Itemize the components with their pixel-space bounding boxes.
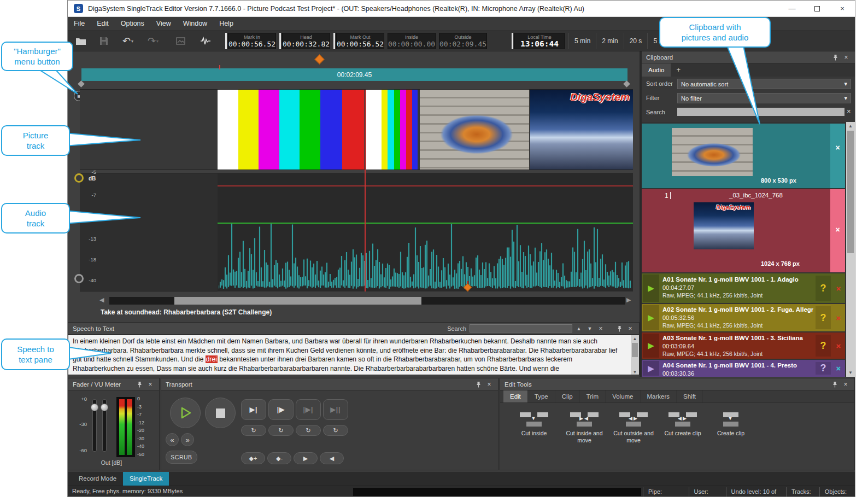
tab-trim[interactable]: Trim <box>580 390 606 402</box>
minimize-button[interactable]: — <box>779 1 805 17</box>
maximize-button[interactable] <box>805 1 830 17</box>
speech-text-highlight[interactable]: drei <box>206 355 218 363</box>
close-pane-button[interactable]: × <box>626 324 635 333</box>
mark-out-display[interactable]: Mark Out 00:00:56.52 <box>336 33 384 49</box>
add-tab-button[interactable]: + <box>671 63 686 77</box>
play-selection-button[interactable]: |▶| <box>296 399 321 420</box>
rewind-button[interactable]: « <box>166 433 179 446</box>
pin-icon[interactable] <box>474 380 483 389</box>
tool-cut-inside[interactable]: ▼ Cut inside <box>509 411 559 437</box>
remove-marker-button[interactable]: ◆- <box>267 452 291 464</box>
volume-envelope-line[interactable] <box>218 223 633 224</box>
close-panel-button[interactable]: × <box>841 380 850 389</box>
tool-create-clip[interactable]: ▼ Create clip <box>706 411 756 437</box>
timeline-overview-bar[interactable]: 00:02:09.45 <box>81 68 627 81</box>
play-to-end-button[interactable]: ▶| <box>241 399 266 420</box>
tab-audio[interactable]: Audio <box>642 63 671 77</box>
prev-marker-button[interactable]: ◀ <box>320 452 344 464</box>
remove-item-button[interactable]: × <box>833 362 844 375</box>
mark-in-display[interactable]: Mark In 00:00:56.52 <box>228 33 276 49</box>
picture-clip-digasystem[interactable]: DigaSystem <box>530 90 633 170</box>
tool-cut-outside-move[interactable]: ◀▶ Cut outside and move <box>608 411 659 444</box>
play-button[interactable] <box>170 398 201 428</box>
play-clip-button[interactable]: ▶ <box>643 334 659 358</box>
close-panel-button[interactable]: × <box>485 380 494 389</box>
track-scrollbar[interactable] <box>109 297 625 305</box>
clipboard-item-audio-4[interactable]: ▶ A04 Sonate Nr. 1 g-moll BWV 1001 - 4. … <box>642 360 845 377</box>
pin-icon[interactable] <box>830 380 839 389</box>
scroll-up-arrow[interactable]: ▲ <box>846 122 855 130</box>
open-file-button[interactable] <box>73 34 89 48</box>
loop-button-3[interactable]: ↻ <box>296 425 321 436</box>
clipboard-item-audio-1[interactable]: ▶ A01 Sonate Nr. 1 g-moll BWV 1001 - 1. … <box>642 273 845 303</box>
menu-edit[interactable]: Edit <box>91 17 115 31</box>
scroll-down-arrow[interactable]: ▼ <box>846 369 855 377</box>
play-clip-button[interactable]: ▶ <box>643 361 659 376</box>
sort-order-dropdown[interactable]: No automatic sort▾ <box>677 79 851 89</box>
playhead-line[interactable] <box>365 90 366 291</box>
pin-icon[interactable] <box>135 380 144 389</box>
clip-info-button[interactable]: ? <box>816 335 831 357</box>
tab-singletrack[interactable]: SingleTrack <box>123 472 169 486</box>
save-button[interactable] <box>96 34 112 48</box>
clip-info-button[interactable]: ? <box>816 276 831 301</box>
speech-scrollbar-thumb[interactable] <box>632 343 638 357</box>
next-marker-button[interactable]: ▶ <box>294 452 318 464</box>
zoom-5min-button[interactable]: 5 min <box>568 33 596 49</box>
play-clip-button[interactable]: ▶ <box>643 305 659 330</box>
pin-icon[interactable] <box>615 324 624 333</box>
tab-clip[interactable]: Clip <box>555 390 580 402</box>
remove-item-button[interactable]: × <box>835 225 840 272</box>
close-button[interactable]: × <box>830 1 855 17</box>
stop-button[interactable] <box>205 398 236 428</box>
clipboard-item-picture-2[interactable]: 1 _03_ibc_1024_768 DigaSystem 1024 x 768… <box>642 189 845 272</box>
fader-handle-right[interactable] <box>101 404 108 411</box>
clipboard-item-picture-1[interactable]: 800 x 530 px × <box>642 124 845 188</box>
picture-thumbnail-digasystem[interactable]: DigaSystem <box>694 202 754 249</box>
clipboard-scrollbar-thumb[interactable] <box>847 131 854 253</box>
add-marker-button[interactable]: ◆+ <box>241 452 265 464</box>
forward-button[interactable]: » <box>181 433 194 446</box>
waveform-tool-button[interactable] <box>198 34 213 48</box>
close-panel-button[interactable]: × <box>842 53 851 62</box>
scroll-up-arrow[interactable]: ▲ <box>631 335 639 342</box>
tab-shift[interactable]: Shift <box>677 390 703 402</box>
menu-file[interactable]: File <box>68 17 91 31</box>
close-panel-button[interactable]: × <box>146 380 155 389</box>
outside-display[interactable]: Outside 00:02:09.45 <box>439 33 487 49</box>
tab-record-mode[interactable]: Record Mode <box>72 472 123 486</box>
loop-button-2[interactable]: ↻ <box>268 425 294 436</box>
redo-button[interactable]: ↷▾ <box>145 34 161 48</box>
pan-knob[interactable] <box>74 274 84 283</box>
speech-text[interactable]: In einem kleinen Dorf da lebte einst ein… <box>68 335 639 375</box>
remove-item-button[interactable]: × <box>833 276 844 301</box>
search-next-button[interactable]: ▼ <box>585 324 594 333</box>
undo-button[interactable]: ↶▾ <box>120 34 136 48</box>
remove-item-button[interactable]: × <box>833 335 844 357</box>
clipboard-scrollbar[interactable]: ▲ ▼ <box>846 122 855 377</box>
fader-handle-left[interactable] <box>91 404 98 411</box>
picture-clip-lizard[interactable] <box>420 90 529 170</box>
play-from-head-button[interactable]: |▶ <box>268 399 294 420</box>
play-clip-button[interactable]: ▶ <box>643 275 659 302</box>
loop-button-1[interactable]: ↻ <box>241 425 266 436</box>
zoom-20s-button[interactable]: 20 s <box>624 33 648 49</box>
menu-view[interactable]: View <box>150 17 177 31</box>
speech-search-input[interactable] <box>470 324 572 332</box>
clipboard-search-clear-button[interactable]: × <box>847 107 851 115</box>
tab-markers[interactable]: Markers <box>641 390 677 402</box>
inside-display[interactable]: Inside 00:00:00.00 <box>388 33 436 49</box>
search-clear-button[interactable]: × <box>596 324 605 333</box>
zoom-2min-button[interactable]: 2 min <box>596 33 623 49</box>
picture-export-button[interactable] <box>173 34 188 48</box>
remove-item-button[interactable]: × <box>835 143 840 188</box>
menu-help[interactable]: Help <box>213 17 239 31</box>
play-after-button[interactable]: ▶|| <box>323 399 348 420</box>
scrub-button[interactable]: SCRUB <box>166 451 197 464</box>
search-prev-button[interactable]: ▲ <box>574 324 583 333</box>
tool-cut-inside-move[interactable]: ▶◀ Cut inside and move <box>559 411 609 444</box>
speech-text-area[interactable]: In einem kleinen Dorf da lebte einst ein… <box>68 335 639 375</box>
picture-clip-colorbars-1[interactable] <box>218 90 364 170</box>
clip-info-button[interactable]: ? <box>816 362 831 375</box>
clip-info-button[interactable]: ? <box>816 306 831 329</box>
